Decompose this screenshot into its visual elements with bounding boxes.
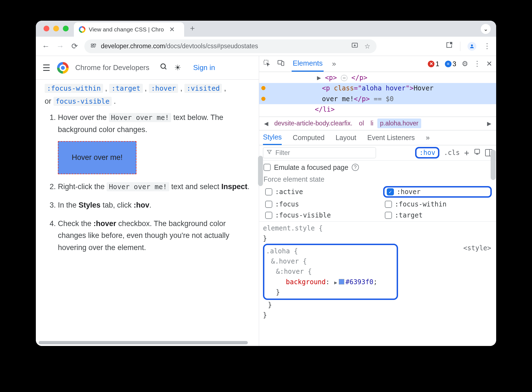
svg-rect-12 xyxy=(281,62,284,66)
svg-point-6 xyxy=(450,43,452,44)
rule-origin-link[interactable]: <style> xyxy=(463,243,491,253)
help-icon[interactable]: ? xyxy=(352,164,359,171)
browser-toolbar: ← → ⟳ developer.chrome.com/docs/devtools… xyxy=(36,37,496,56)
emulate-focused-checkbox[interactable] xyxy=(264,164,271,171)
svg-rect-13 xyxy=(475,149,479,153)
more-options-icon[interactable]: ⋮ xyxy=(474,60,481,68)
active-checkbox[interactable] xyxy=(265,188,272,195)
subtab-computed[interactable]: Computed xyxy=(293,130,324,145)
maximize-window-icon[interactable] xyxy=(63,26,69,31)
address-bar[interactable]: developer.chrome.com/docs/devtools/css#p… xyxy=(84,39,377,53)
filter-icon xyxy=(267,149,272,156)
new-style-rule-button[interactable]: + xyxy=(464,148,469,158)
breadcrumb-item[interactable]: ol xyxy=(356,119,367,128)
window-controls xyxy=(44,26,69,31)
inspect-element-icon[interactable] xyxy=(263,59,270,68)
emulate-focused-row: Emulate a focused page ? xyxy=(264,163,492,171)
page-header: ☰ Chrome for Developers ☀ Sign in xyxy=(36,56,259,80)
dom-tree[interactable]: ▶ <p> ⋯ </p> <p class="aloha hover">Hove… xyxy=(259,72,496,117)
focus-within-checkbox[interactable] xyxy=(385,201,392,208)
steps-list: Hover over the Hover over me! text below… xyxy=(45,112,250,253)
filter-input[interactable]: Filter xyxy=(263,147,376,158)
subtab-styles[interactable]: Styles xyxy=(263,130,282,145)
state-focus[interactable]: :focus xyxy=(264,200,372,209)
svg-point-7 xyxy=(471,44,473,46)
cls-toggle-button[interactable]: .cls xyxy=(444,149,460,157)
article-body: :focus-within , :target , :hover , :visi… xyxy=(36,80,259,264)
theme-toggle-icon[interactable]: ☀ xyxy=(174,63,181,72)
state-focus-visible[interactable]: :focus-visible xyxy=(264,211,372,220)
new-tab-button[interactable]: ＋ xyxy=(189,23,196,33)
search-icon[interactable] xyxy=(160,63,168,73)
subtab-layout[interactable]: Layout xyxy=(335,130,356,145)
dom-node-selected[interactable]: <p class="aloha hover">Hover xyxy=(259,83,496,93)
site-info-icon[interactable] xyxy=(90,42,96,50)
tab-title: View and change CSS | Chro xyxy=(89,26,164,33)
error-count-badge[interactable]: ✕1 xyxy=(428,60,439,68)
element-style-selector[interactable]: element.style { xyxy=(263,224,323,232)
reload-button[interactable]: ⟳ xyxy=(70,42,79,51)
breadcrumb-item[interactable]: li xyxy=(368,119,376,128)
code-hover-text: Hover over me! xyxy=(107,182,169,191)
target-checkbox[interactable] xyxy=(385,212,392,219)
svg-rect-1 xyxy=(94,44,96,45)
devtools-top-bar: Elements » ✕1 ≡3 ⚙ ⋮ ✕ xyxy=(259,56,496,72)
step-2: Right-click the Hover over me! text and … xyxy=(58,181,250,193)
styles-filter-row: Filter :hov .cls + xyxy=(259,145,496,161)
state-target[interactable]: :target xyxy=(383,211,492,220)
filter-placeholder: Filter xyxy=(275,149,290,157)
sign-in-link[interactable]: Sign in xyxy=(193,63,215,72)
state-focus-within[interactable]: :focus-within xyxy=(383,200,492,209)
crumb-scroll-right-icon[interactable]: ▶ xyxy=(485,120,493,127)
svg-point-8 xyxy=(161,64,165,68)
install-app-icon[interactable] xyxy=(351,42,358,51)
intro-line: or focus-visible . xyxy=(45,95,250,107)
chrome-favicon-icon xyxy=(79,26,85,33)
hamburger-menu-icon[interactable]: ☰ xyxy=(42,63,50,73)
browser-tab[interactable]: View and change CSS | Chro ✕ xyxy=(74,22,184,37)
device-toggle-icon[interactable] xyxy=(277,59,284,68)
subtab-overflow[interactable]: » xyxy=(426,130,430,145)
devtools-scrollbar[interactable] xyxy=(491,150,496,180)
settings-icon[interactable]: ⚙ xyxy=(462,60,468,68)
code-focus-visible: focus-visible xyxy=(53,97,112,106)
subtab-event-listeners[interactable]: Event Listeners xyxy=(367,130,415,145)
message-count-badge[interactable]: ≡3 xyxy=(445,60,456,68)
step-3: In the Styles tab, click :hov. xyxy=(58,199,250,211)
split-scrollbar[interactable] xyxy=(258,156,263,186)
crumb-scroll-left-icon[interactable]: ◀ xyxy=(262,120,270,127)
tab-elements[interactable]: Elements xyxy=(292,56,324,72)
back-button[interactable]: ← xyxy=(41,42,50,51)
extensions-icon[interactable] xyxy=(445,41,453,51)
breadcrumb-item-selected[interactable]: p.aloha.hover xyxy=(377,119,421,128)
css-declaration[interactable]: background: ▶#6393f0; xyxy=(266,277,394,287)
profile-avatar[interactable] xyxy=(467,42,476,51)
step-4: Check the :hover checkbox. The backgroun… xyxy=(58,218,250,254)
minimize-window-icon[interactable] xyxy=(53,26,59,31)
breadcrumb-item[interactable]: devsite-article-body.clearfix. xyxy=(272,119,355,128)
hover-checkbox[interactable]: ✓ xyxy=(387,188,394,195)
close-window-icon[interactable] xyxy=(44,26,49,31)
close-devtools-icon[interactable]: ✕ xyxy=(486,60,492,68)
partial-text-line: :focus-within , :target , :hover , :visi… xyxy=(45,82,250,94)
dom-node-selected-cont[interactable]: over me!</p> == $0 xyxy=(259,94,496,104)
hov-toggle-button[interactable]: :hov xyxy=(415,147,439,159)
browser-menu-icon[interactable]: ⋮ xyxy=(483,42,491,50)
css-rules-panel[interactable]: element.style { } .aloha { &.hover { &:h… xyxy=(259,222,496,322)
horizontal-scrollbar[interactable] xyxy=(39,341,248,344)
color-swatch-icon[interactable] xyxy=(339,279,344,284)
hover-demo-box[interactable]: Hover over me! xyxy=(58,141,136,174)
forward-button[interactable]: → xyxy=(56,42,65,51)
computed-styles-icon[interactable] xyxy=(474,148,481,157)
dom-node[interactable]: </li> xyxy=(259,104,496,115)
dom-node[interactable]: ▶ <p> ⋯ </p> xyxy=(259,73,496,83)
close-tab-icon[interactable]: ✕ xyxy=(169,26,175,33)
tab-search-button[interactable]: ⌄ xyxy=(481,24,491,34)
separator xyxy=(460,42,460,51)
focus-visible-checkbox[interactable] xyxy=(265,212,272,219)
bookmark-icon[interactable]: ☆ xyxy=(364,42,370,50)
tab-overflow[interactable]: » xyxy=(331,56,337,72)
focus-checkbox[interactable] xyxy=(265,201,272,208)
state-hover[interactable]: ✓:hover xyxy=(383,186,492,198)
state-active[interactable]: :active xyxy=(264,186,372,198)
